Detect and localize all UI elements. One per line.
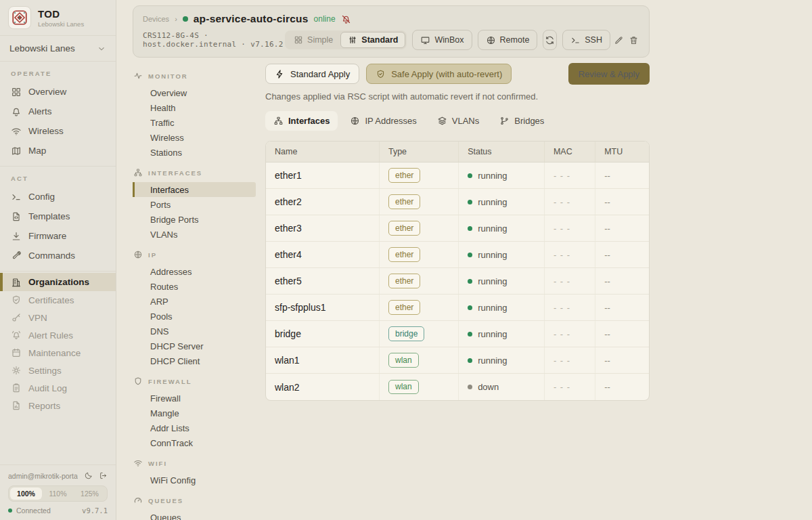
winbox-button[interactable]: WinBox	[412, 30, 472, 50]
sidebar-item-wireless[interactable]: Wireless	[0, 121, 116, 141]
refresh-button[interactable]	[543, 30, 557, 50]
subnav-item-dhcp-client[interactable]: DHCP Client	[133, 353, 256, 368]
moon-icon[interactable]	[84, 471, 93, 480]
sidebar-item-label: Wireless	[28, 126, 64, 136]
breadcrumb-separator: ›	[175, 15, 177, 23]
subnav-item-health[interactable]: Health	[133, 100, 256, 115]
subnav-item-firewall[interactable]: Firewall	[133, 391, 256, 406]
sidebar-item-alert-rules[interactable]: Alert Rules	[0, 326, 116, 344]
type-badge: ether	[388, 194, 420, 209]
subnav-item-mangle[interactable]: Mangle	[133, 406, 256, 420]
tab-bridges[interactable]: Bridges	[491, 111, 552, 131]
download-icon	[11, 231, 22, 242]
view-mode-standard[interactable]: Standard	[340, 32, 405, 48]
table-row-ether3[interactable]: ether3 ether running - - - --	[266, 215, 649, 242]
mtu-value: --	[595, 268, 649, 294]
col-mtu: MTU	[595, 142, 649, 162]
table-row-bridge[interactable]: bridge bridge running - - - --	[266, 321, 649, 347]
type-badge: ether	[388, 247, 420, 261]
sidebar-item-maintenance[interactable]: Maintenance	[0, 344, 116, 362]
zoom-level-110[interactable]: 110%	[42, 488, 74, 500]
zoom-level-100[interactable]: 100%	[10, 488, 42, 500]
table-row-ether2[interactable]: ether2 ether running - - - --	[266, 189, 649, 215]
interface-name: bridge	[266, 321, 379, 347]
remote-button[interactable]: Remote	[478, 30, 538, 50]
apply-hint: Changes applied via RSC script with auto…	[265, 91, 650, 102]
ssh-button[interactable]: SSH	[562, 30, 610, 50]
zoom-level-125[interactable]: 125%	[74, 488, 106, 500]
subnav-item-overview[interactable]: Overview	[133, 85, 256, 100]
subnav-item-dhcp-server[interactable]: DHCP Server	[133, 339, 256, 353]
branch-icon	[499, 116, 510, 126]
sidebar-item-commands[interactable]: Commands	[0, 246, 116, 265]
trash-icon	[629, 35, 639, 45]
tab-vlans[interactable]: VLANs	[429, 111, 487, 131]
subnav-item-arp[interactable]: ARP	[133, 294, 256, 309]
sidebar-item-certificates[interactable]: Certificates	[0, 291, 116, 309]
table-row-ether4[interactable]: ether4 ether running - - - --	[266, 242, 649, 268]
subnav-item-vlans[interactable]: VLANs	[133, 227, 256, 242]
subnav-item-routes[interactable]: Routes	[133, 279, 256, 294]
subnav-item-stations[interactable]: Stations	[133, 145, 256, 160]
table-row-sfp-sfpplus1[interactable]: sfp-sfpplus1 ether running - - - --	[266, 295, 649, 321]
breadcrumb-devices[interactable]: Devices	[143, 15, 169, 23]
tab-ip-addresses[interactable]: IP Addresses	[342, 111, 424, 131]
status-text: running	[478, 197, 507, 207]
interface-name: ether4	[266, 242, 379, 267]
status-dot	[468, 385, 472, 389]
subnav-item-wireless[interactable]: Wireless	[133, 130, 256, 145]
subnav-item-ports[interactable]: Ports	[133, 197, 256, 212]
sidebar-item-alerts[interactable]: Alerts	[0, 102, 116, 121]
interfaces-table: Name Type Status MAC MTU ether1 ether	[265, 141, 650, 401]
sidebar-item-templates[interactable]: Templates	[0, 207, 116, 226]
sidebar-item-vpn[interactable]: VPN	[0, 309, 116, 326]
subnav-item-traffic[interactable]: Traffic	[133, 115, 256, 130]
shield-icon	[133, 376, 143, 386]
sidebar-item-organizations[interactable]: Organizations	[0, 273, 116, 291]
subnav-item-wifi-config[interactable]: WiFi Config	[133, 473, 256, 488]
view-mode-simple[interactable]: Simple	[286, 32, 340, 48]
sidebar-item-firmware[interactable]: Firmware	[0, 226, 116, 246]
mac-value: - - -	[544, 295, 595, 320]
delete-device-button[interactable]	[627, 30, 639, 50]
table-row-ether1[interactable]: ether1 ether running - - - --	[266, 162, 649, 189]
table-row-ether5[interactable]: ether5 ether running - - - --	[266, 268, 649, 295]
globe-icon	[133, 250, 143, 259]
subnav-item-conntrack[interactable]: ConnTrack	[133, 435, 256, 450]
subnav-item-addresses[interactable]: Addresses	[133, 264, 256, 279]
shield-check-icon	[11, 295, 22, 305]
sidebar-item-label: Map	[28, 146, 46, 156]
standard-apply-button[interactable]: Standard Apply	[265, 64, 359, 84]
sidebar-item-label: Settings	[28, 366, 62, 376]
sidebar-item-config[interactable]: Config	[0, 187, 116, 207]
table-row-wlan2[interactable]: wlan2 wlan down - - - --	[266, 374, 649, 400]
device-online-dot	[183, 16, 188, 22]
view-mode-switch: Simple Standard	[285, 30, 407, 49]
status-text: running	[478, 329, 507, 339]
subnav-item-dns[interactable]: DNS	[133, 324, 256, 339]
wifi-icon	[133, 458, 143, 468]
subnav-item-pools[interactable]: Pools	[133, 309, 256, 324]
sidebar-item-overview[interactable]: Overview	[0, 82, 116, 102]
table-row-wlan1[interactable]: wlan1 wlan running - - - --	[266, 347, 649, 374]
subnav-section-wifi: WIFI WiFi Config	[133, 450, 256, 488]
subnav-item-interfaces[interactable]: Interfaces	[133, 182, 256, 197]
tab-interfaces[interactable]: Interfaces	[265, 111, 338, 131]
org-selector[interactable]: Lebowski Lanes	[0, 36, 116, 62]
device-online-label: online	[314, 14, 336, 24]
sidebar-item-reports[interactable]: Reports	[0, 397, 116, 414]
subnav-item-queues[interactable]: Queues	[133, 510, 256, 520]
safe-apply-button[interactable]: Safe Apply (with auto-revert)	[366, 64, 512, 84]
subnav-item-addr-lists[interactable]: Addr Lists	[133, 420, 256, 435]
brand-block: TOD Lebowski Lanes	[0, 0, 116, 36]
review-apply-button[interactable]: Review & Apply	[568, 63, 650, 85]
interface-name: ether2	[266, 189, 379, 215]
sidebar-item-settings[interactable]: Settings	[0, 362, 116, 379]
sidebar-item-map[interactable]: Map	[0, 141, 116, 160]
subnav-item-bridge-ports[interactable]: Bridge Ports	[133, 212, 256, 227]
sidebar-item-label: Organizations	[28, 277, 89, 287]
logout-icon[interactable]	[99, 471, 108, 480]
edit-device-button[interactable]	[613, 30, 625, 50]
bell-off-icon[interactable]	[341, 14, 351, 24]
sidebar-item-audit-log[interactable]: Audit Log	[0, 379, 116, 397]
